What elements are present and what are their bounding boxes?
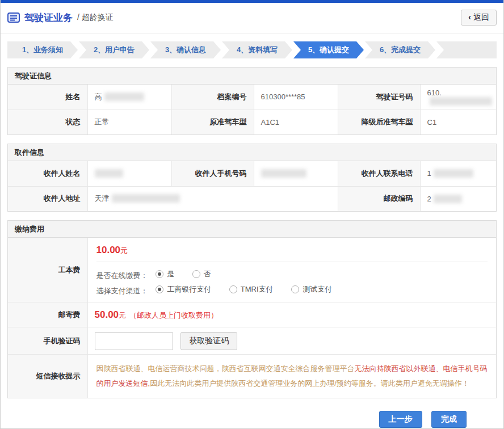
radio-label: 测试支付 — [303, 284, 332, 295]
main-content: 驾驶证信息 姓名 高 档案编号 610300****85 驾驶证号码 610. … — [1, 67, 503, 428]
radio-unselected-icon — [291, 285, 299, 293]
step-bar-filler — [436, 41, 497, 58]
recipient-mobile-label: 收件人手机号码 — [171, 161, 254, 186]
breadcrumb: 驾驶证业务 / 超龄换证 — [7, 11, 114, 24]
chevron-left-icon: ‹ — [468, 12, 471, 22]
table-row: 工本费 10.00元 是否在线缴费： 是 否 选择支付渠道： — [8, 238, 496, 302]
mail-fee-content: 50.00元（邮政人员上门收取费用） — [87, 302, 496, 327]
notice-text-3: 因此无法向此类用户提供陕西省交通管理业务的网上办理/预约等服务。请此类用户避免无… — [150, 379, 469, 388]
pickup-info-section: 取件信息 收件人姓名 收件人手机号码 收件人联系电话 1 收件人地址 天津 邮政… — [7, 144, 497, 212]
back-button[interactable]: ‹返回 — [461, 10, 497, 26]
pay-channel-label: 选择支付渠道： — [96, 287, 148, 295]
get-code-button[interactable]: 获取验证码 — [180, 332, 237, 350]
step-label: 1、业务须知 — [22, 45, 63, 54]
step-wizard: 1、业务须知 2、用户申告 3、确认信息 4、资料填写 5、确认提交 6、完成提… — [7, 41, 497, 58]
card-fee-label: 工本费 — [8, 238, 87, 302]
step-label: 5、确认提交 — [308, 45, 349, 54]
notice-text-1: 因陕西省联通、电信运营商技术问题，陕西省互联网交通安全综合服务管理平台 — [96, 364, 355, 373]
step-label: 6、完成提交 — [380, 45, 421, 54]
prev-step-button[interactable]: 上一步 — [379, 411, 422, 428]
divider — [96, 262, 488, 262]
step-5-confirm-submit[interactable]: 5、确认提交 — [293, 41, 364, 58]
page-title: 驾驶证业务 — [24, 11, 73, 24]
postal-code-label: 邮政编码 — [338, 186, 420, 211]
step-2-user-declaration[interactable]: 2、用户申告 — [79, 41, 149, 58]
footer-actions: 上一步 完成 — [7, 398, 497, 428]
step-6-complete-submit[interactable]: 6、完成提交 — [365, 41, 435, 58]
fees-table: 工本费 10.00元 是否在线缴费： 是 否 选择支付渠道： — [8, 238, 496, 398]
breadcrumb-current: / 超龄换证 — [77, 12, 114, 23]
down-class-value: C1 — [420, 110, 496, 134]
card-fee-content: 10.00元 是否在线缴费： 是 否 选择支付渠道： 工商银行支付 TMRI支付 — [87, 238, 496, 302]
table-row: 手机验证码 获取验证码 — [8, 327, 496, 355]
radio-channel-test[interactable]: 测试支付 — [291, 284, 332, 295]
card-fee-amount: 10.00 — [96, 245, 121, 255]
radio-online-no[interactable]: 否 — [192, 269, 211, 279]
step-label: 4、资料填写 — [237, 45, 278, 54]
redacted-text — [104, 92, 144, 101]
step-label: 3、确认信息 — [165, 45, 206, 54]
redacted-text — [112, 194, 180, 203]
sms-code-content: 获取验证码 — [87, 327, 496, 355]
radio-channel-tmri[interactable]: TMRI支付 — [229, 284, 274, 295]
down-class-label: 降级后准驾车型 — [338, 110, 420, 134]
orig-class-value: A1C1 — [254, 110, 338, 134]
radio-unselected-icon — [192, 270, 200, 278]
radio-online-yes[interactable]: 是 — [156, 269, 174, 279]
license-info-title: 驾驶证信息 — [8, 68, 496, 85]
status-value: 正常 — [87, 110, 171, 134]
pickup-info-table: 收件人姓名 收件人手机号码 收件人联系电话 1 收件人地址 天津 邮政编码 2 — [8, 161, 496, 211]
postal-code-value: 2 — [420, 186, 496, 211]
mail-fee-note: （邮政人员上门收取费用） — [129, 311, 218, 319]
radio-channel-icbc[interactable]: 工商银行支付 — [156, 284, 211, 295]
table-row: 邮寄费 50.00元（邮政人员上门收取费用） — [8, 302, 496, 327]
header: 驾驶证业务 / 超龄换证 ‹返回 — [1, 3, 503, 33]
sms-code-input[interactable] — [95, 332, 173, 350]
radio-label: TMRI支付 — [241, 284, 274, 295]
name-label: 姓名 — [8, 85, 87, 110]
pickup-info-title: 取件信息 — [8, 144, 496, 161]
online-pay-label: 是否在线缴费： — [96, 271, 148, 280]
radio-unselected-icon — [229, 285, 237, 293]
mail-fee-amount: 50.00 — [95, 309, 119, 320]
sms-notice-label: 短信接收提示 — [8, 355, 87, 398]
finish-button[interactable]: 完成 — [431, 411, 467, 428]
table-row: 状态 正常 原准驾车型 A1C1 降级后准驾车型 C1 — [8, 110, 496, 134]
recipient-mobile-value — [254, 161, 338, 186]
page: 驾驶证业务 / 超龄换证 ‹返回 1、业务须知 2、用户申告 3、确认信息 4、… — [0, 0, 504, 429]
step-4-fill-materials[interactable]: 4、资料填写 — [222, 41, 292, 58]
license-no-value: 610. — [420, 85, 496, 110]
card-fee-unit: 元 — [120, 246, 128, 255]
radio-label: 否 — [204, 269, 211, 279]
step-label: 2、用户申告 — [94, 45, 135, 54]
status-label: 状态 — [8, 110, 87, 134]
sms-notice-content: 因陕西省联通、电信运营商技术问题，陕西省互联网交通安全综合服务管理平台无法向持陕… — [87, 355, 496, 398]
license-info-table: 姓名 高 档案编号 610300****85 驾驶证号码 610. 状态 正常 … — [8, 85, 496, 134]
license-info-section: 驾驶证信息 姓名 高 档案编号 610300****85 驾驶证号码 610. … — [7, 67, 497, 135]
mail-fee-unit: 元 — [119, 311, 126, 319]
file-no-value: 610300****85 — [254, 85, 338, 110]
sms-code-label: 手机验证码 — [8, 327, 87, 355]
fees-section: 缴纳费用 工本费 10.00元 是否在线缴费： 是 否 — [7, 220, 497, 398]
recipient-phone-label: 收件人联系电话 — [338, 161, 420, 186]
recipient-phone-value: 1 — [420, 161, 496, 186]
recipient-address-label: 收件人地址 — [8, 186, 87, 211]
table-row: 短信接收提示 因陕西省联通、电信运营商技术问题，陕西省互联网交通安全综合服务管理… — [8, 355, 496, 398]
redacted-text — [434, 195, 462, 203]
name-value: 高 — [87, 85, 171, 110]
radio-label: 是 — [167, 269, 174, 279]
redacted-text — [95, 169, 123, 178]
radio-selected-icon — [156, 270, 163, 278]
pay-channel-row: 选择支付渠道： 工商银行支付 TMRI支付 测试支付 — [96, 284, 488, 296]
recipient-name-label: 收件人姓名 — [8, 161, 87, 186]
card-fee-amount-line: 10.00元 — [96, 245, 488, 256]
online-pay-row: 是否在线缴费： 是 否 — [96, 269, 488, 281]
step-3-confirm-info[interactable]: 3、确认信息 — [150, 41, 221, 58]
table-row: 收件人地址 天津 邮政编码 2 — [8, 186, 496, 211]
step-1-business-notice[interactable]: 1、业务须知 — [7, 41, 78, 58]
back-button-label: 返回 — [473, 12, 489, 22]
file-no-label: 档案编号 — [171, 85, 254, 110]
license-no-label: 驾驶证号码 — [338, 85, 420, 110]
radio-selected-icon — [156, 285, 163, 293]
mail-fee-label: 邮寄费 — [8, 302, 87, 327]
